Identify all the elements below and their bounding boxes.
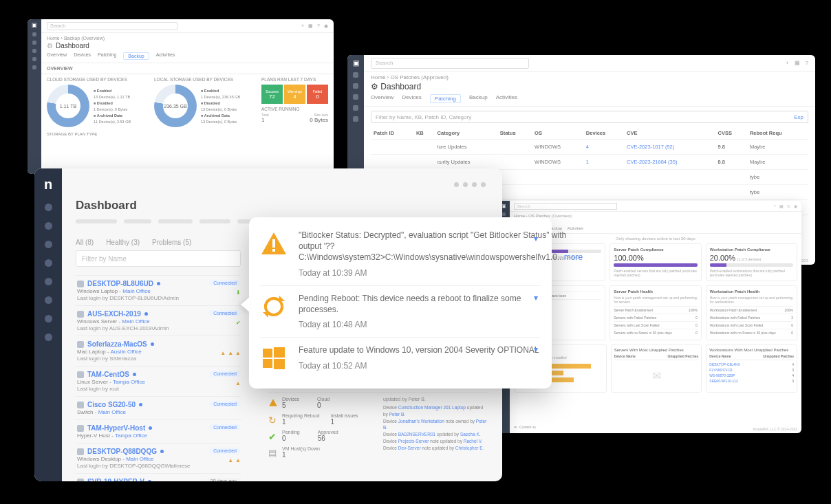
activity-line: Device Projects-Server note updated by R…: [383, 438, 488, 445]
tab-healthy[interactable]: Healthy (3): [106, 239, 140, 246]
activity-line: Device Jonathan's Workstation note owned…: [383, 418, 488, 432]
table-row[interactable]: FLYNNPCV-023: [709, 367, 794, 373]
device-detail: Devices5 Cloud0 ↻ Requiring Reboot1 Inst…: [268, 392, 488, 470]
breadcrumb[interactable]: Home › Backup (Overview): [41, 33, 334, 41]
filter-input[interactable]: Filter by Name: [76, 250, 241, 267]
sidebar-item[interactable]: [32, 49, 36, 53]
tab-backup[interactable]: Backup: [123, 52, 149, 60]
device-row[interactable]: DESKTOP-Q88DQQG Windows Desktop - Main O…: [76, 443, 241, 473]
status-badge: Connected: [209, 448, 241, 454]
sidebar-item[interactable]: [353, 83, 358, 89]
grid-icon[interactable]: ▦: [308, 23, 313, 29]
filter-input[interactable]: Filter by Name, KB, Patch ID, CategoryEx…: [371, 111, 808, 123]
table-row[interactable]: SEE60-WG10-1123: [709, 378, 794, 384]
gear-icon[interactable]: ⚙: [47, 42, 53, 50]
sidebar-item[interactable]: [45, 315, 52, 322]
grid-icon[interactable]: ▦: [779, 204, 784, 208]
sidebar-item[interactable]: [353, 105, 358, 111]
chevron-down-icon[interactable]: ▾: [534, 293, 538, 303]
workstations-unapplied-card: Workstations With Most Unapplied Patches…: [706, 344, 797, 393]
sidebar-item[interactable]: [45, 278, 52, 285]
tab-patching[interactable]: Patching: [98, 52, 116, 60]
contact-us[interactable]: ✉ Contact us: [514, 425, 536, 429]
page-title: ⚙ Dashboard: [364, 80, 815, 91]
download-icon: ⬇: [236, 289, 241, 296]
sidebar-item[interactable]: [45, 204, 52, 211]
device-row[interactable]: AUS-EXCH-2019 Windows Server - Main Offi…: [76, 305, 241, 336]
alert-item[interactable]: Pending Reboot: This device needs a rebo…: [260, 285, 541, 338]
compliance-card: Server Patch Compliance100.00%Patch-enab…: [609, 243, 701, 281]
device-type-icon: [77, 341, 84, 348]
sidebar-item[interactable]: [32, 57, 36, 61]
inbox-empty-icon: ✉: [614, 362, 699, 389]
add-icon[interactable]: +: [773, 204, 776, 208]
search-input[interactable]: Search: [514, 203, 617, 210]
more-link[interactable]: more: [564, 252, 583, 262]
sidebar-item[interactable]: [353, 116, 358, 122]
tab-overview[interactable]: Overview: [371, 94, 393, 103]
chevron-down-icon[interactable]: ▾: [534, 234, 538, 243]
table-row[interactable]: ture UpdatesWINDOWS4CVE-2023-1017 (52)9.…: [371, 140, 808, 155]
tab-overview[interactable]: Overview: [47, 52, 67, 60]
export-button[interactable]: Exp: [794, 114, 803, 120]
sidebar-item[interactable]: [502, 212, 506, 216]
section-header: OVERVIEW: [41, 63, 334, 74]
help-icon[interactable]: ?: [317, 23, 320, 29]
tab-problems[interactable]: Problems (5): [152, 239, 191, 246]
chevron-down-icon[interactable]: ▾: [534, 344, 538, 354]
breadcrumb[interactable]: Home › OS Patches (Overview): [510, 212, 801, 218]
page-title: ⚙ Dashboard: [510, 218, 801, 225]
tab-backup[interactable]: Backup: [469, 94, 488, 103]
user-icon[interactable]: ◉: [324, 23, 328, 29]
device-type-icon: [77, 402, 84, 408]
tab-patching[interactable]: Patching: [430, 94, 461, 103]
device-row[interactable]: Cisco SG20-50 Switch - Main Office Conne…: [76, 396, 241, 419]
tab-activities[interactable]: Activities: [496, 94, 518, 103]
plans-warnings[interactable]: Warnings4: [284, 85, 305, 104]
device-row[interactable]: SVR-19-HYPER-V Hyper-V Host - Main Offic…: [76, 473, 241, 481]
sidebar-item[interactable]: [353, 94, 358, 100]
alert-item[interactable]: Feature update to Windows 10, version 20…: [260, 337, 541, 379]
grid-icon[interactable]: ▦: [795, 60, 800, 66]
device-type-icon: [77, 371, 84, 378]
search-input[interactable]: Search: [371, 58, 529, 69]
backup-dashboard-window: ▣ Search + ▦ ? ◉ Home › Backup (Overview…: [28, 19, 334, 174]
tab-activities[interactable]: Activities: [156, 52, 175, 60]
help-icon[interactable]: ⊙: [787, 204, 790, 208]
tab-all[interactable]: All (8): [76, 239, 94, 246]
sidebar: n: [34, 168, 62, 481]
sidebar-item[interactable]: [32, 32, 36, 36]
tab-devices[interactable]: Devices: [74, 52, 91, 60]
sidebar-item[interactable]: [32, 41, 36, 45]
sidebar-item[interactable]: [45, 222, 52, 230]
sidebar-item[interactable]: [353, 72, 358, 78]
plans-failed[interactable]: Failed0: [307, 85, 328, 104]
table-row[interactable]: curity UpdatesWINDOWS1CVE-2023-21684 (35…: [371, 155, 808, 170]
alert-item[interactable]: "Bitlocker Status: Decrypted", evaluatio…: [260, 227, 541, 285]
refresh-icon: [260, 293, 288, 320]
add-icon[interactable]: +: [301, 23, 304, 29]
help-icon[interactable]: ?: [806, 60, 808, 66]
status-badge: Connected: [209, 310, 241, 316]
sidebar-item[interactable]: [45, 333, 52, 341]
device-row[interactable]: Soferlazza-MacOS Mac Laptop - Austin Off…: [76, 336, 241, 366]
table-row[interactable]: DESKTOP-C8L4NX4: [709, 362, 794, 367]
device-row[interactable]: TAM-CentOS Linux Server - Tampa Office L…: [76, 366, 241, 396]
device-row[interactable]: DESKTOP-8L8U6UD Windows Laptop - Main Of…: [76, 275, 241, 305]
status-dot-icon: [133, 373, 136, 376]
warning-icon: ▲: [228, 457, 233, 463]
plans-card: PLANS RAN LAST 7 DAYS Success72 Warnings…: [261, 77, 328, 127]
sidebar-item[interactable]: [45, 259, 52, 267]
table-row[interactable]: WS-90870-328P4: [709, 373, 794, 378]
sidebar-item[interactable]: [32, 65, 36, 69]
add-icon[interactable]: +: [786, 60, 789, 66]
device-row[interactable]: TAM-HyperV-Host Hyper-V Host - Tampa Off…: [76, 419, 241, 443]
device-type-icon: [77, 448, 84, 455]
sidebar-item[interactable]: [45, 241, 52, 248]
search-input[interactable]: Search: [47, 22, 177, 30]
breadcrumb[interactable]: Home › OS Patches (Approved): [364, 72, 815, 80]
plans-success[interactable]: Success72: [261, 85, 283, 104]
user-icon[interactable]: ◉: [794, 204, 797, 208]
sidebar-item[interactable]: [45, 296, 52, 304]
tab-devices[interactable]: Devices: [402, 94, 421, 103]
